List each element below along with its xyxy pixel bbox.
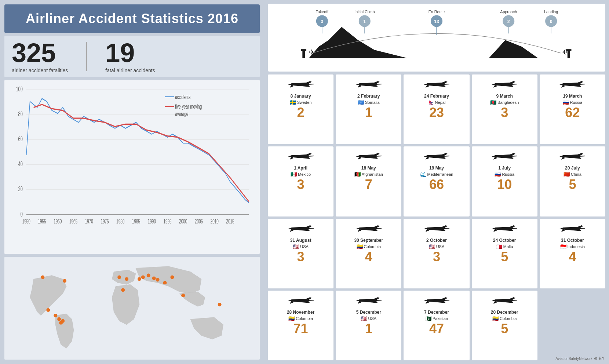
accident-country: 🇨🇴 Colombia	[288, 316, 313, 321]
accident-date: 1 April	[294, 165, 307, 171]
svg-text:2: 2	[507, 19, 510, 24]
accident-card: 1 July 🇷🇺 Russia 10	[472, 146, 537, 216]
svg-text:Takeoff: Takeoff	[316, 10, 328, 14]
flight-diagram: ✈ ✈ Takeoff Initial Climb En Route Appro…	[268, 4, 605, 72]
accident-plane	[286, 221, 316, 236]
accident-country: 🇦🇫 Afghanistan	[354, 171, 383, 177]
accident-country: 🇷🇺 Russia	[495, 171, 514, 177]
accident-country: 🇨🇴 Colombia	[492, 316, 517, 321]
accident-date: 24 October	[493, 238, 516, 243]
svg-text:2000: 2000	[179, 218, 187, 225]
country-name: Colombia	[500, 316, 517, 321]
accident-card: 2 October 🇺🇸 USA 3	[404, 219, 469, 288]
svg-text:1980: 1980	[116, 218, 124, 225]
accident-fatalities: 5	[501, 322, 508, 335]
country-name: Russia	[570, 100, 583, 105]
accident-date: 20 December	[491, 310, 518, 315]
accident-country: 🇮🇩 Indonesia	[560, 244, 585, 250]
accident-fatalities: 1	[365, 322, 372, 335]
accident-fatalities: 2	[297, 106, 304, 119]
accident-date: 19 May	[429, 165, 444, 171]
svg-rect-75	[568, 50, 570, 58]
svg-text:2005: 2005	[195, 218, 203, 225]
svg-text:average: average	[175, 110, 188, 117]
accident-country: 🇵🇰 Pakistan	[425, 316, 448, 321]
accident-country: 🇧🇩 Bangladesh	[490, 99, 519, 105]
svg-text:1985: 1985	[132, 218, 140, 225]
svg-point-43	[141, 276, 145, 279]
svg-text:1995: 1995	[163, 218, 171, 225]
accident-plane	[354, 293, 383, 308]
accident-plane	[354, 77, 383, 92]
svg-text:100: 100	[16, 85, 23, 92]
accident-plane	[490, 221, 519, 236]
accidents-label: fatal airliner accidents	[105, 68, 155, 73]
accident-country: 🌊 Mediterranean	[420, 171, 453, 177]
fatalities-label: airliner accident fatalities	[12, 68, 68, 73]
accidents-grid: 8 January 🇸🇪 Sweden 2 2 February 🇸🇴 Soma…	[268, 74, 605, 360]
country-name: Russia	[502, 172, 514, 176]
country-flag: 🇷🇺	[495, 171, 501, 177]
accident-plane	[286, 149, 316, 164]
accident-date: 31 August	[290, 238, 311, 243]
svg-point-35	[57, 317, 61, 321]
accident-date: 1 July	[498, 165, 511, 171]
svg-point-46	[156, 278, 160, 281]
country-name: USA	[300, 244, 309, 249]
svg-text:Approach: Approach	[500, 10, 517, 14]
stats-box: 325 airliner accident fatalities 19 fata…	[4, 36, 260, 77]
footer: AviationSafetyNetwork ⊕ BY	[555, 356, 605, 361]
accident-plane	[422, 221, 451, 236]
accident-card: 24 October 🇲🇹 Malta 5	[472, 219, 537, 288]
svg-text:1975: 1975	[101, 218, 109, 225]
right-panel: ✈ ✈ Takeoff Initial Climb En Route Appro…	[264, 0, 609, 364]
accident-date: 20 July	[565, 165, 580, 171]
accident-plane	[558, 149, 587, 164]
svg-text:40: 40	[18, 161, 23, 168]
accident-card: 30 September 🇨🇴 Colombia 4	[336, 219, 401, 288]
country-name: Colombia	[296, 316, 313, 321]
country-flag: 🇦🇫	[354, 171, 361, 177]
country-name: Pakistan	[433, 316, 448, 321]
country-flag: 🇷🇺	[563, 99, 569, 105]
fatalities-stat: 325 airliner accident fatalities	[12, 40, 68, 73]
country-name: Indonesia	[568, 244, 585, 249]
svg-text:1: 1	[363, 19, 366, 24]
accident-card: 7 December 🇵🇰 Pakistan 47	[404, 291, 469, 360]
accident-country: 🇨🇳 China	[564, 171, 581, 177]
svg-text:1965: 1965	[69, 218, 77, 225]
accident-country: 🇲🇽 Mexico	[291, 171, 311, 177]
page-title: Airliner Accident Statistics 2016	[8, 11, 256, 26]
svg-point-37	[61, 319, 65, 323]
accident-date: 31 October	[561, 238, 584, 243]
country-flag: 🇲🇽	[291, 171, 297, 177]
country-flag: 🇨🇴	[357, 244, 363, 250]
country-flag: 🇨🇴	[492, 316, 499, 321]
accident-plane	[286, 293, 316, 308]
accident-date: 19 March	[563, 94, 582, 99]
accident-plane	[490, 77, 519, 92]
country-name: Bangladesh	[497, 100, 519, 105]
accident-plane	[422, 293, 451, 308]
country-name: China	[571, 172, 581, 176]
accident-country: 🇸🇪 Sweden	[290, 99, 312, 105]
accident-fatalities: 5	[501, 250, 508, 263]
svg-text:1950: 1950	[22, 218, 30, 225]
accident-fatalities: 4	[569, 250, 576, 263]
svg-rect-74	[301, 49, 306, 51]
accident-fatalities: 1	[365, 106, 372, 119]
country-name: Mexico	[298, 172, 311, 176]
accident-fatalities: 3	[297, 250, 304, 263]
accident-card: 31 October 🇮🇩 Indonesia 4	[540, 219, 605, 288]
svg-text:1990: 1990	[148, 218, 156, 225]
accident-date: 8 January	[291, 94, 311, 99]
svg-text:1970: 1970	[85, 218, 93, 225]
accident-plane	[558, 221, 587, 236]
accident-plane	[286, 77, 316, 92]
svg-point-50	[218, 303, 222, 306]
accident-card: 8 January 🇸🇪 Sweden 2	[268, 74, 333, 144]
accident-country: 🇲🇹 Malta	[496, 244, 513, 250]
accident-fatalities: 10	[497, 178, 512, 191]
svg-text:13: 13	[434, 19, 439, 24]
accident-country: 🇷🇺 Russia	[563, 99, 583, 105]
